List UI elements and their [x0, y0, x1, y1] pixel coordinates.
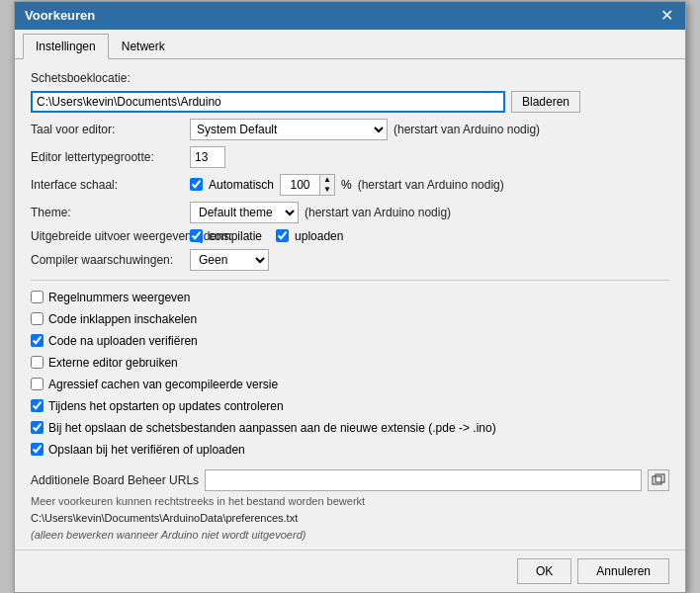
sketchbook-label: Schetsboeklocatie: — [31, 71, 131, 85]
font-size-input[interactable] — [190, 146, 225, 168]
language-select[interactable]: System Default — [190, 119, 388, 140]
save-verify-label: Opslaan bij het verifiëren of uploaden — [48, 443, 245, 457]
checkbox-external-editor-row: Externe editor gebruiken — [31, 355, 669, 371]
scale-unit: % — [341, 178, 352, 192]
additional-urls-row: Additionele Board Beheer URLs — [31, 469, 669, 491]
scale-value-input[interactable] — [280, 174, 319, 196]
codefolding-label: Code inklappen inschakelen — [48, 312, 197, 326]
checkbox-codefolding-row: Code inklappen inschakelen — [31, 311, 669, 327]
update-check-checkbox[interactable] — [31, 399, 44, 412]
theme-row: Theme: Default theme (herstart van Ardui… — [31, 202, 669, 223]
close-button[interactable]: ✕ — [658, 8, 675, 24]
save-extension-label: Bij het opslaan de schetsbestanden aanpa… — [48, 421, 496, 435]
theme-select[interactable]: Default theme — [190, 202, 299, 223]
sketchbook-input-row: Bladeren — [31, 91, 669, 113]
language-restart-note: (herstart van Arduino nodig) — [394, 123, 540, 136]
interface-scale-row: Interface schaal: Automatisch ▲ ▼ % (her… — [31, 174, 669, 196]
prefs-path-row: C:\Users\kevin\Documents\ArduinoData\pre… — [31, 511, 669, 525]
font-size-row: Editor lettertypegrootte: — [31, 146, 669, 168]
external-editor-label: Externe editor gebruiken — [48, 356, 178, 370]
title-bar: Voorkeuren ✕ — [15, 2, 685, 30]
additional-urls-label: Additionele Board Beheer URLs — [31, 473, 199, 487]
window-icon — [652, 473, 665, 487]
sketchbook-path-input[interactable] — [31, 91, 505, 113]
checkbox-aggressive-cache-row: Agressief cachen van gecompileerde versi… — [31, 377, 669, 392]
verbose-row: Uitgebreide uitvoer weergeven tijdens: c… — [31, 229, 669, 243]
checkbox-update-check-row: Tijdens het opstarten op updates control… — [31, 398, 669, 414]
verbose-compilation-label: compilatie — [209, 229, 262, 243]
save-extension-checkbox[interactable] — [31, 421, 44, 434]
aggressive-cache-checkbox[interactable] — [31, 378, 44, 390]
dialog-footer: OK Annuleren — [15, 550, 685, 592]
verbose-compilation-checkbox[interactable] — [190, 229, 203, 242]
browse-button[interactable]: Bladeren — [511, 91, 580, 113]
prefs-note-row: (alleen bewerken wanneer Arduino niet wo… — [31, 528, 669, 542]
scale-down-btn[interactable]: ▼ — [320, 185, 334, 195]
scale-up-btn[interactable]: ▲ — [320, 175, 334, 185]
dialog-title: Voorkeuren — [25, 8, 95, 23]
settings-content: Schetsboeklocatie: Bladeren Taal voor ed… — [15, 59, 685, 469]
compiler-warnings-row: Compiler waarschuwingen: Geen — [31, 249, 669, 271]
checkbox-save-extension-row: Bij het opslaan de schetsbestanden aanpa… — [31, 420, 669, 436]
aggressive-cache-label: Agressief cachen van gecompileerde versi… — [48, 378, 278, 391]
auto-scale-label: Automatisch — [209, 178, 274, 192]
verbose-upload-checkbox[interactable] — [276, 229, 289, 242]
scale-restart-note: (herstart van Arduino nodig) — [358, 178, 504, 192]
bottom-section: Additionele Board Beheer URLs Meer voork… — [15, 469, 685, 550]
theme-restart-note: (herstart van Arduino nodig) — [305, 206, 451, 219]
info-text: Meer voorkeuren kunnen rechtstreeks in h… — [31, 494, 669, 508]
ok-button[interactable]: OK — [517, 558, 571, 584]
update-check-label: Tijdens het opstarten op updates control… — [48, 399, 284, 413]
tab-instellingen[interactable]: Instellingen — [23, 34, 109, 59]
font-size-label: Editor lettertypegrootte: — [31, 150, 184, 164]
additional-urls-input[interactable] — [205, 469, 642, 491]
svg-rect-0 — [653, 476, 661, 484]
checkbox-save-verify-row: Opslaan bij het verifiëren of uploaden — [31, 442, 669, 458]
verify-upload-checkbox[interactable] — [31, 334, 44, 347]
divider-1 — [31, 280, 669, 281]
language-row: Taal voor editor: System Default (hersta… — [31, 119, 669, 140]
svg-rect-1 — [656, 474, 664, 482]
verbose-upload-label: uploaden — [295, 229, 343, 243]
sketchbook-row: Schetsboeklocatie: — [31, 71, 669, 85]
tab-netwerk[interactable]: Netwerk — [109, 34, 178, 58]
external-editor-checkbox[interactable] — [31, 356, 44, 369]
checkbox-linenumbers-row: Regelnummers weergeven — [31, 290, 669, 305]
linenumbers-label: Regelnummers weergeven — [48, 291, 190, 304]
verbose-label: Uitgebreide uitvoer weergeven tijdens: — [31, 229, 184, 243]
auto-scale-checkbox[interactable] — [190, 178, 203, 191]
scale-spinner: ▲ ▼ — [280, 174, 335, 196]
checkbox-verify-upload-row: Code na uploaden verifiëren — [31, 333, 669, 349]
additional-urls-icon-button[interactable] — [648, 469, 669, 491]
tab-bar: Instellingen Netwerk — [15, 30, 685, 59]
language-label: Taal voor editor: — [31, 123, 184, 136]
cancel-button[interactable]: Annuleren — [577, 558, 669, 584]
preferences-dialog: Voorkeuren ✕ Instellingen Netwerk Schets… — [14, 1, 686, 593]
linenumbers-checkbox[interactable] — [31, 291, 44, 303]
compiler-warnings-select[interactable]: Geen — [190, 249, 269, 271]
verify-upload-label: Code na uploaden verifiëren — [48, 334, 198, 348]
theme-label: Theme: — [31, 206, 184, 219]
interface-scale-label: Interface schaal: — [31, 178, 184, 192]
codefolding-checkbox[interactable] — [31, 312, 44, 325]
compiler-warnings-label: Compiler waarschuwingen: — [31, 253, 184, 267]
save-verify-checkbox[interactable] — [31, 443, 44, 456]
